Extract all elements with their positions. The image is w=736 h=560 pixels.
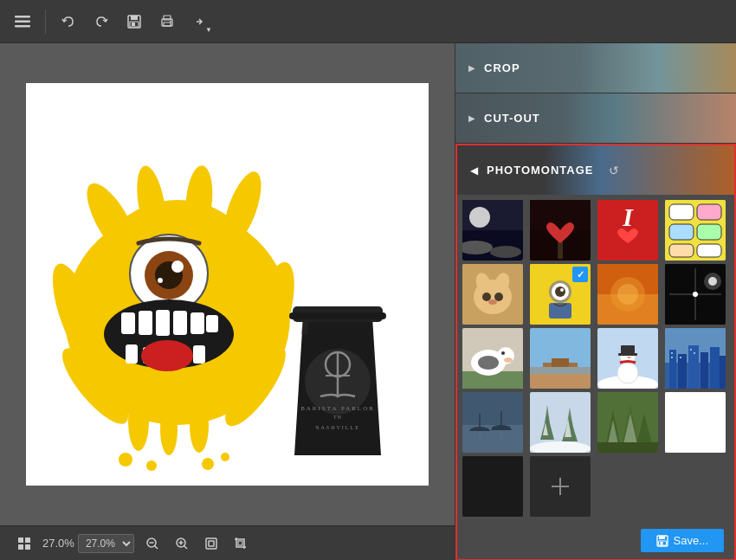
svg-text:TN: TN	[333, 415, 342, 420]
zoom-control: 27.0% 27.0% 50% 100%	[42, 534, 134, 553]
zoom-select[interactable]: 27.0% 50% 100%	[78, 534, 134, 553]
zoom-in-button[interactable]	[171, 532, 193, 555]
canvas-container[interactable]: BARISTA PARLOR TN NASHVILLE	[0, 43, 455, 525]
svg-rect-49	[289, 312, 386, 319]
svg-rect-77	[530, 200, 591, 230]
svg-rect-140	[671, 352, 673, 354]
svg-point-100	[555, 286, 565, 297]
svg-point-131	[630, 353, 633, 356]
grid-cell-8[interactable]	[665, 264, 726, 325]
svg-point-26	[146, 460, 157, 471]
svg-rect-139	[720, 356, 726, 389]
cutout-section: ▶ CUT-OUT	[455, 93, 736, 144]
grid-view-button[interactable]	[13, 532, 36, 555]
menu-button[interactable]	[9, 8, 36, 35]
grid-cell-10[interactable]	[530, 328, 591, 389]
svg-rect-46	[193, 345, 205, 364]
canvas-frame: BARISTA PARLOR TN NASHVILLE	[26, 83, 429, 486]
svg-rect-85	[697, 224, 721, 240]
save-file-button[interactable]	[120, 8, 148, 35]
svg-rect-42	[126, 344, 138, 364]
svg-point-93	[494, 293, 503, 301]
svg-rect-143	[690, 349, 692, 351]
svg-rect-137	[700, 352, 708, 389]
grid-cell-2[interactable]	[530, 200, 591, 261]
grid-cell-12[interactable]	[665, 328, 726, 389]
svg-text:I: I	[622, 203, 634, 231]
grid-cell-11[interactable]	[597, 328, 658, 389]
grid-cell-1[interactable]	[462, 200, 523, 261]
crop-arrow: ▶	[468, 63, 475, 73]
grid-cell-3[interactable]: I	[597, 200, 658, 261]
svg-rect-59	[18, 544, 23, 550]
share-button[interactable]: ▼	[186, 8, 214, 35]
svg-line-65	[184, 545, 187, 549]
svg-rect-144	[694, 352, 695, 354]
zoom-out-button[interactable]	[141, 532, 164, 555]
svg-rect-155	[665, 392, 726, 453]
cutout-header[interactable]: ▶ CUT-OUT	[455, 93, 736, 143]
save-button[interactable]: Save...	[641, 529, 724, 552]
svg-point-28	[221, 453, 229, 461]
svg-point-47	[141, 340, 193, 371]
svg-point-27	[202, 458, 214, 470]
grid-cell-9[interactable]	[462, 328, 523, 389]
svg-rect-135	[678, 354, 687, 389]
separator-1	[45, 10, 46, 34]
svg-rect-69	[209, 541, 214, 546]
toolbar: ▼	[0, 0, 736, 43]
print-button[interactable]	[153, 8, 181, 35]
grid-add-button[interactable]	[530, 456, 591, 517]
svg-rect-82	[669, 204, 694, 220]
svg-rect-128	[621, 345, 635, 354]
crop-header[interactable]: ▶ CROP	[455, 43, 736, 93]
crop-section: ▶ CROP	[455, 43, 736, 93]
svg-point-130	[623, 353, 626, 356]
svg-rect-136	[688, 345, 699, 389]
grid-cell-15[interactable]	[597, 392, 658, 453]
undo-button[interactable]	[55, 8, 82, 35]
svg-rect-138	[710, 347, 720, 389]
grid-cell-17[interactable]	[462, 456, 523, 517]
svg-point-92	[482, 293, 491, 301]
grid-cell-14[interactable]	[530, 392, 591, 453]
svg-point-24	[190, 397, 209, 453]
fit-view-button[interactable]	[200, 532, 223, 555]
svg-rect-141	[671, 357, 673, 358]
grid-cell-16[interactable]	[665, 392, 726, 453]
svg-rect-156	[462, 456, 523, 517]
svg-point-101	[560, 288, 564, 292]
svg-rect-84	[669, 224, 694, 240]
svg-rect-87	[697, 244, 721, 257]
photomontage-header[interactable]: ◀ PHOTOMONTAGE ↺	[457, 145, 734, 195]
svg-point-25	[119, 453, 132, 467]
reset-icon[interactable]: ↺	[609, 164, 619, 177]
redo-button[interactable]	[87, 8, 115, 35]
main-area: BARISTA PARLOR TN NASHVILLE 27.0%	[0, 43, 736, 560]
save-button-label: Save...	[674, 534, 708, 547]
svg-rect-36	[121, 312, 135, 334]
grid-cell-6[interactable]: ✓	[530, 264, 591, 325]
selected-check: ✓	[572, 267, 588, 282]
svg-text:NASHVILLE: NASHVILLE	[315, 425, 360, 430]
svg-point-33	[171, 261, 184, 273]
svg-rect-4	[131, 16, 138, 20]
svg-rect-9	[164, 23, 171, 26]
svg-rect-162	[660, 542, 662, 545]
svg-rect-40	[190, 312, 204, 334]
svg-point-118	[501, 351, 505, 355]
svg-rect-154	[597, 442, 658, 453]
crop-tool-button[interactable]	[229, 532, 252, 555]
grid-cell-7[interactable]	[597, 264, 658, 325]
svg-rect-6	[132, 23, 135, 26]
svg-rect-37	[139, 311, 152, 335]
svg-rect-1	[15, 20, 30, 23]
grid-cell-5[interactable]	[462, 264, 523, 325]
svg-text:BARISTA PARLOR: BARISTA PARLOR	[300, 405, 375, 412]
grid-cell-4[interactable]	[665, 200, 726, 261]
grid-cell-13[interactable]	[462, 392, 523, 453]
photomontage-label: PHOTOMONTAGE	[487, 164, 593, 177]
svg-rect-60	[25, 544, 30, 550]
svg-rect-129	[618, 353, 637, 356]
svg-point-117	[504, 357, 513, 363]
